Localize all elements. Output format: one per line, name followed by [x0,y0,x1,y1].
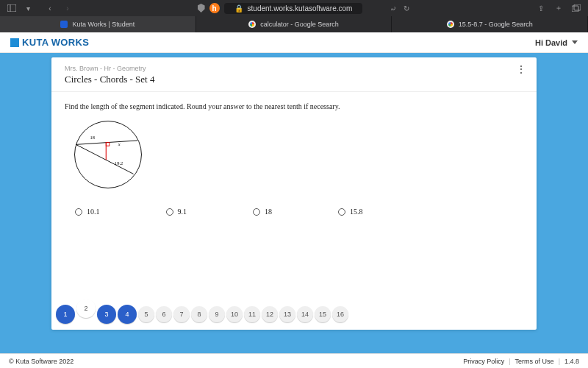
new-tab-icon[interactable]: ＋ [554,4,563,13]
browser-tab[interactable]: calculator - Google Search [196,16,392,32]
answer-choice[interactable]: 10.1 [75,208,100,216]
url-text: student.works.kutasoftware.com [248,4,353,13]
pager-item[interactable]: 10 [226,306,243,322]
chord1-label: 18 [90,135,94,140]
geometry-figure: 18 x 19.2 [68,118,148,191]
card-body: Find the length of the segment indicated… [51,92,537,216]
choice-label: 10.1 [87,208,100,216]
pager-item[interactable]: 12 [262,306,278,322]
pager-item[interactable]: 8 [191,306,207,322]
pager-item[interactable]: 1 [56,305,75,324]
reader-icon[interactable]: ⤾ [389,4,398,13]
browser-tab[interactable]: 15.5-8.7 - Google Search [392,16,588,32]
question-prompt: Find the length of the segment indicated… [65,102,523,110]
page-title: Circles - Chords - Set 4 [65,74,523,85]
unknown-label: x [118,141,121,146]
pager-item[interactable]: 11 [244,306,260,322]
brand-mark-icon [10,38,19,47]
brand-logo[interactable]: KUTA WORKS [10,37,89,48]
tab-label: 15.5-8.7 - Google Search [459,21,533,28]
pager-item[interactable]: 16 [332,306,348,322]
svg-rect-0 [7,4,16,12]
card-header: Mrs. Brown - Hr - Geometry Circles - Cho… [51,57,537,92]
answer-choice[interactable]: 15.8 [338,208,363,216]
pager-item[interactable]: 4 [118,305,137,324]
favicon-icon [248,21,256,28]
chord2-label: 19.2 [115,160,123,166]
forward-icon[interactable]: › [63,4,72,13]
tabs-overview-icon[interactable] [572,4,581,13]
pager-item[interactable]: 14 [297,306,313,322]
privacy-link[interactable]: Privacy Policy [463,358,504,365]
pager-item[interactable]: 13 [279,306,295,322]
favicon-icon [60,21,68,28]
app: KUTA WORKS Hi David Mrs. Brown - Hr - Ge… [0,32,588,368]
pager-item[interactable]: 3 [97,305,116,324]
svg-rect-8 [106,143,110,146]
breadcrumb: Mrs. Brown - Hr - Geometry [65,65,523,72]
choice-label: 15.8 [350,208,363,216]
pager-item[interactable]: 6 [156,306,172,322]
app-footer: © Kuta Software 2022 Privacy Policy | Te… [0,353,588,368]
question-pager: 12345678910111213141516 [56,305,348,324]
radio-icon [253,208,260,216]
pager-item[interactable]: 5 [138,306,154,322]
svg-line-6 [76,144,133,174]
shield-icon[interactable] [198,4,205,13]
share-icon[interactable]: ⇪ [537,4,545,13]
choice-label: 9.1 [178,208,187,216]
tab-label: Kuta Works | Student [72,21,135,28]
browser-tabs: Kuta Works | Studentcalculator - Google … [0,16,588,32]
svg-rect-2 [572,6,578,12]
back-icon[interactable]: ‹ [46,4,54,13]
favicon-icon [447,21,454,28]
pager-item[interactable]: 15 [315,306,331,322]
radio-icon [338,208,345,216]
user-greeting: Hi David [535,38,567,47]
chevron-down-icon [572,40,578,44]
more-menu-icon[interactable]: ⋮ [516,68,526,72]
browser-chrome: ▾ ‹ › h 🔒 student.works.kutasoftware.com… [0,0,588,32]
pager-item[interactable]: 9 [209,306,225,322]
choice-label: 18 [265,208,272,216]
browser-tab[interactable]: Kuta Works | Student [0,16,196,32]
work-area: Mrs. Brown - Hr - Geometry Circles - Cho… [0,53,588,353]
pager-item[interactable]: 2 [76,299,96,318]
reload-icon[interactable]: ↻ [402,4,411,13]
version-text: 1.4.8 [564,358,579,365]
radio-icon [75,208,82,216]
honey-icon[interactable]: h [209,3,220,13]
address-bar[interactable]: 🔒 student.works.kutasoftware.com [224,3,363,14]
answer-choice[interactable]: 9.1 [166,208,187,216]
terms-link[interactable]: Terms of Use [515,358,554,365]
lock-icon: 🔒 [234,4,243,13]
copyright: © Kuta Software 2022 [9,358,74,365]
tab-label: calculator - Google Search [260,21,339,28]
brand-text: KUTA WORKS [22,37,89,48]
sidebar-toggle-icon[interactable] [7,4,16,13]
answer-choices: 10.19.11815.8 [75,208,523,216]
svg-point-4 [75,121,142,188]
dropdown-icon[interactable]: ▾ [24,4,32,13]
svg-rect-3 [574,4,581,10]
browser-toolbar: ▾ ‹ › h 🔒 student.works.kutasoftware.com… [0,0,588,16]
answer-choice[interactable]: 18 [253,208,272,216]
assignment-card: Mrs. Brown - Hr - Geometry Circles - Cho… [51,57,537,330]
app-header: KUTA WORKS Hi David [0,32,588,53]
radio-icon [166,208,173,216]
user-menu[interactable]: Hi David [535,38,578,47]
pager-item[interactable]: 7 [173,306,190,322]
